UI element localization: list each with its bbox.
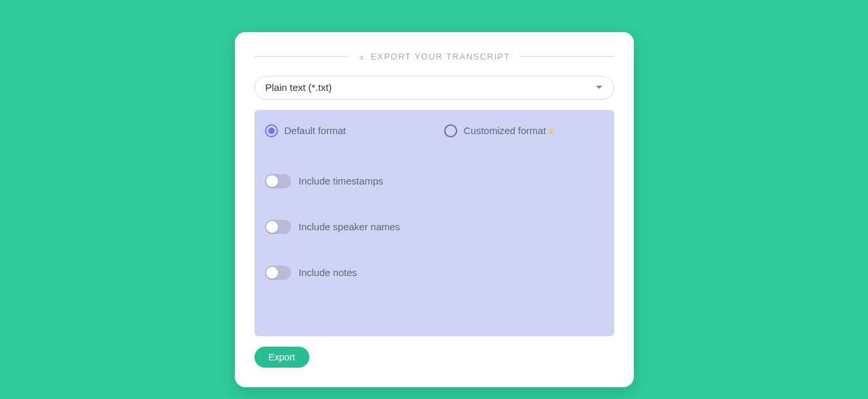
export-modal: EXPORT YOUR TRANSCRIPT Plain text (*.txt… xyxy=(235,32,634,387)
format-select-value: Plain text (*.txt) xyxy=(266,82,332,93)
radio-default-label: Default format xyxy=(285,125,346,136)
toggle-switch xyxy=(265,266,291,280)
toggle-timestamps-label: Include timestamps xyxy=(299,175,383,186)
divider-left xyxy=(254,56,349,57)
radio-icon xyxy=(265,124,278,137)
export-button[interactable]: Export xyxy=(254,347,309,368)
toggle-switch xyxy=(265,220,291,234)
toggle-knob xyxy=(266,221,278,233)
toggle-speaker-names-label: Include speaker names xyxy=(299,221,400,232)
options-panel: Default format Customized format♛ Includ… xyxy=(254,110,614,336)
toggle-speaker-names[interactable]: Include speaker names xyxy=(265,220,604,234)
radio-dot xyxy=(268,128,275,134)
radio-customized-label: Customized format♛ xyxy=(464,125,555,136)
modal-header: EXPORT YOUR TRANSCRIPT xyxy=(254,52,614,61)
modal-title-wrap: EXPORT YOUR TRANSCRIPT xyxy=(349,52,519,61)
toggle-notes-label: Include notes xyxy=(299,267,357,278)
format-select-wrapper[interactable]: Plain text (*.txt) xyxy=(254,76,614,99)
toggle-knob xyxy=(266,267,278,279)
radio-icon xyxy=(444,124,457,137)
radio-customized-format[interactable]: Customized format♛ xyxy=(444,124,555,137)
format-select[interactable]: Plain text (*.txt) xyxy=(254,76,614,99)
modal-title: EXPORT YOUR TRANSCRIPT xyxy=(371,52,510,61)
crown-icon: ♛ xyxy=(547,127,555,136)
format-radio-group: Default format Customized format♛ xyxy=(265,122,604,137)
download-icon xyxy=(358,52,366,60)
divider-right xyxy=(519,56,614,57)
toggle-timestamps[interactable]: Include timestamps xyxy=(265,174,604,188)
radio-default-format[interactable]: Default format xyxy=(265,124,346,137)
toggle-knob xyxy=(266,175,278,187)
toggle-notes[interactable]: Include notes xyxy=(265,266,604,280)
toggle-switch xyxy=(265,174,291,188)
